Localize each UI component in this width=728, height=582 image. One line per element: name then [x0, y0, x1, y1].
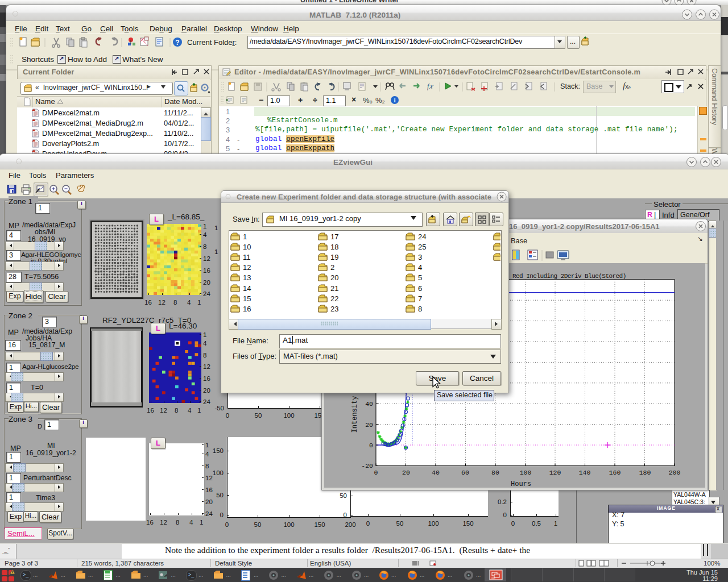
- svg-text:i: i: [394, 97, 395, 103]
- svg-text:%₂: %₂: [375, 96, 385, 105]
- svg-text:f𝑥: f𝑥: [427, 82, 434, 90]
- svg-text:%₀: %₀: [363, 96, 373, 105]
- svg-text:?: ?: [175, 39, 179, 47]
